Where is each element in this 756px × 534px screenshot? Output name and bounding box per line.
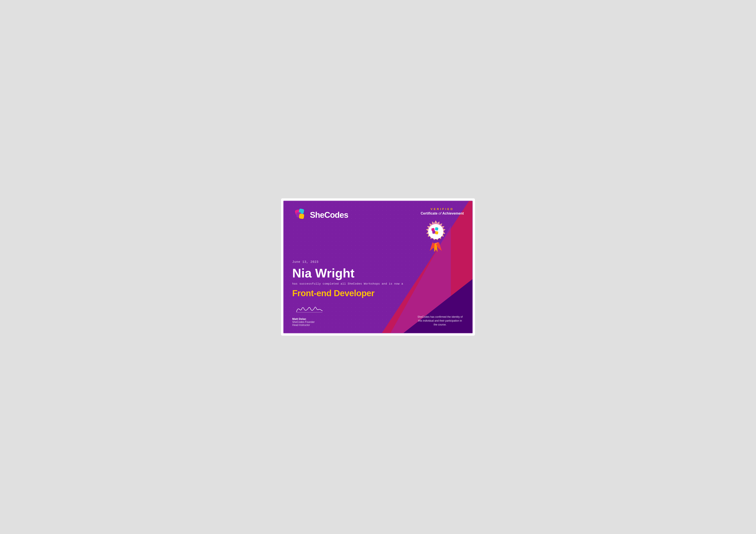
svg-rect-4 xyxy=(432,231,436,234)
verified-label: VERIFIED xyxy=(421,207,464,211)
date-text: June 13, 2023 xyxy=(292,260,464,264)
verification-text: SheCodes has confirmed the identity of t… xyxy=(417,315,464,327)
role-title: Front-end Developer xyxy=(292,289,464,298)
certificate: SheCodes VERIFIED Certificate of Achieve… xyxy=(283,201,473,333)
recipient-name: Nia Wright xyxy=(292,266,464,280)
signer-title2: Head Instructor xyxy=(292,323,327,327)
svg-rect-3 xyxy=(435,227,438,231)
signature-svg xyxy=(292,304,327,316)
completed-text: has successfully completed all SheCodes … xyxy=(292,282,464,285)
verified-area: VERIFIED Certificate of Achievement xyxy=(421,207,464,252)
signer-name: Matt Delac xyxy=(292,317,327,320)
cert-label: Certificate xyxy=(421,212,438,215)
medal-svg xyxy=(421,217,451,252)
signature-area: Matt Delac SheCodes Founder Head Instruc… xyxy=(292,304,327,327)
certificate-content: SheCodes VERIFIED Certificate of Achieve… xyxy=(284,201,472,333)
footer-row: Matt Delac SheCodes Founder Head Instruc… xyxy=(292,304,464,327)
logo-area: SheCodes xyxy=(292,207,348,222)
main-body: June 13, 2023 Nia Wright has successfull… xyxy=(292,252,464,304)
cert-of: of xyxy=(439,212,443,215)
shecodes-logo-icon xyxy=(292,207,307,222)
header-row: SheCodes VERIFIED Certificate of Achieve… xyxy=(292,207,464,252)
certificate-wrapper: SheCodes VERIFIED Certificate of Achieve… xyxy=(281,198,475,336)
svg-rect-5 xyxy=(435,231,438,235)
signer-title1: SheCodes Founder xyxy=(292,320,327,323)
cert-achievement: Achievement xyxy=(442,212,464,215)
logo-text: SheCodes xyxy=(310,211,348,220)
medal-badge xyxy=(421,217,451,252)
cert-of-achievement: Certificate of Achievement xyxy=(421,212,464,216)
